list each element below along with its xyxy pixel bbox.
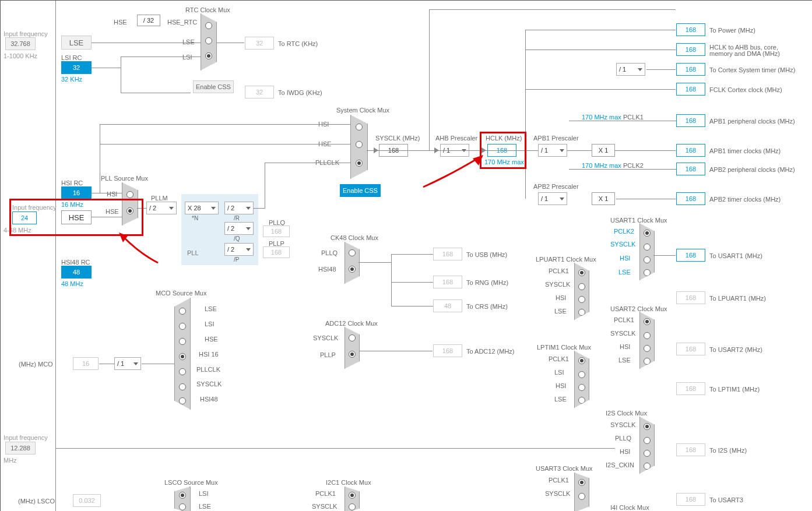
apb2-presc-select[interactable]: / 1 [538, 192, 567, 205]
usart1-sysclk-radio[interactable] [644, 244, 651, 251]
i2s-sysclk-radio[interactable] [644, 423, 651, 430]
system-clock-mux[interactable] [350, 115, 368, 179]
pllm-select[interactable]: / 2 [146, 202, 177, 214]
rtc-mux[interactable] [201, 13, 217, 71]
pllr-select[interactable]: / 2 [224, 202, 254, 214]
rtc-enable-css[interactable]: Enable CSS [193, 80, 234, 93]
pll-src-hsi-radio[interactable] [126, 191, 133, 198]
pllp-select[interactable]: / 2 [224, 243, 254, 256]
sys-pllclk-radio[interactable] [356, 160, 363, 167]
chevron-down-icon [133, 362, 138, 365]
mco-pllclk-radio[interactable] [179, 368, 186, 375]
mco-out-label: (MHz) MCO [19, 361, 53, 368]
rtc-mux-lsi-radio[interactable] [205, 52, 212, 59]
clock-config-canvas: Input frequency 32.768 1-1000 KHz LSE LS… [0, 0, 812, 511]
ck48-hsi48-radio[interactable] [349, 266, 356, 273]
sys-hsi-radio[interactable] [356, 124, 363, 131]
adc-mux[interactable] [345, 327, 360, 369]
usart3-sysclk-radio[interactable] [578, 493, 585, 500]
mco-hse-radio[interactable] [179, 338, 186, 345]
lptim1-hsi-radio[interactable] [578, 384, 585, 391]
i2s-input-value[interactable]: 12.288 [5, 442, 36, 454]
lse-input-value[interactable]: 32.768 [5, 37, 36, 50]
i2c1-mux[interactable] [345, 487, 360, 511]
apb1-presc-select[interactable]: / 1 [538, 144, 567, 157]
out-fclk-value[interactable]: 168 [676, 83, 705, 96]
usart1-sysclk: SYSCLK [610, 241, 635, 248]
usart2-mux[interactable] [639, 312, 655, 369]
i2s-pllq-radio[interactable] [644, 437, 651, 444]
rtc-mux-hse-radio[interactable] [205, 22, 212, 29]
rtc-mux-lse-radio[interactable] [205, 37, 212, 44]
lsco-lse-radio[interactable] [179, 503, 186, 510]
out-hclk-value[interactable]: 168 [676, 43, 705, 56]
plln-select[interactable]: X 28 [185, 202, 219, 214]
ck48-pllq-radio[interactable] [349, 249, 356, 256]
adc-title: ADC12 Clock Mux [325, 320, 378, 327]
sys-hse-radio[interactable] [356, 141, 363, 148]
usart2-sysclk-radio[interactable] [644, 332, 651, 339]
usart3-pclk1-radio[interactable] [578, 479, 585, 486]
mco-lsi-radio[interactable] [179, 323, 186, 330]
mco-sysclk-radio[interactable] [179, 383, 186, 390]
i2s-hsi-radio[interactable] [644, 450, 651, 457]
lpuart1-hsi-radio[interactable] [578, 296, 585, 303]
usart1-value[interactable]: 168 [676, 249, 705, 262]
out-apb2t-value[interactable]: 168 [676, 192, 705, 205]
mco-lse-radio[interactable] [179, 308, 186, 315]
lptim1-mux[interactable] [574, 351, 589, 408]
i2s-mux[interactable] [639, 417, 655, 474]
usart2-lse-radio[interactable] [644, 358, 651, 365]
lsco-mux[interactable] [174, 487, 191, 511]
mco-hsi16-radio[interactable] [179, 353, 186, 360]
out-apb2p-value[interactable]: 168 [676, 163, 705, 175]
lptim1-lsi-radio[interactable] [578, 371, 585, 378]
usart1-hsi-radio[interactable] [644, 256, 651, 263]
usart3-mux[interactable] [574, 473, 589, 511]
rtc-lse-label: LSE [182, 38, 195, 45]
sys-enable-css[interactable]: Enable CSS [340, 184, 381, 197]
mco-hsi48-radio[interactable] [179, 397, 186, 404]
adc-pllp-radio[interactable] [349, 351, 356, 358]
usart1-to: To USART1 (MHz) [709, 252, 762, 259]
cortex-timer-presc[interactable]: / 1 [616, 63, 645, 76]
pll-source-mux[interactable] [122, 182, 138, 225]
mco-sysclk: SYSCLK [196, 380, 222, 387]
out-cortex-value[interactable]: 168 [676, 63, 705, 76]
usart1-lse-radio[interactable] [644, 269, 651, 276]
wire [391, 254, 433, 255]
wire [254, 208, 265, 209]
out-apb1p-value[interactable]: 168 [676, 114, 705, 127]
pllq-select[interactable]: / 2 [224, 222, 254, 235]
adc-sysclk-radio[interactable] [349, 334, 356, 341]
mco-mux[interactable] [174, 298, 191, 410]
usart1-title: USART1 Clock Mux [610, 217, 667, 224]
lpuart1-sysclk-radio[interactable] [578, 283, 585, 290]
usart1-hsi: HSI [620, 255, 630, 262]
lptim1-pclk1-radio[interactable] [578, 357, 585, 364]
out-apb1t-value[interactable]: 168 [676, 144, 705, 157]
usart1-mux[interactable] [639, 223, 655, 280]
ahb-presc-label: AHB Prescaler [435, 135, 477, 142]
usart2-pclk1-radio[interactable] [644, 318, 651, 325]
i2c1-sysclk-radio[interactable] [349, 503, 356, 510]
out-hclk: HCLK to AHB bus, core, memory and DMA (M… [709, 44, 797, 57]
ck48-mux[interactable] [345, 242, 360, 284]
i2s-ckin-radio[interactable] [644, 463, 651, 470]
wire [569, 169, 676, 170]
mco-hsi48: HSI48 [200, 396, 218, 403]
out-cortex: To Cortex System timer (MHz) [709, 66, 795, 73]
hse-range: 4-48 MHz [3, 227, 31, 234]
usart2-hsi-radio[interactable] [644, 345, 651, 352]
lpuart1-pclk1-radio[interactable] [578, 269, 585, 276]
mco-div[interactable]: / 1 [114, 357, 141, 370]
out-power-value[interactable]: 168 [676, 23, 705, 36]
lsco-lsi-radio[interactable] [179, 492, 186, 499]
lptim1-lse-radio[interactable] [578, 397, 585, 404]
i2c1-pclk1-radio[interactable] [349, 492, 356, 499]
usart1-pclk2-radio[interactable] [644, 230, 651, 237]
pll-src-hse-radio[interactable] [126, 207, 133, 214]
lpuart1-lse-radio[interactable] [578, 309, 585, 316]
lpuart1-mux[interactable] [574, 263, 589, 320]
hse-input-value[interactable]: 24 [12, 212, 37, 224]
